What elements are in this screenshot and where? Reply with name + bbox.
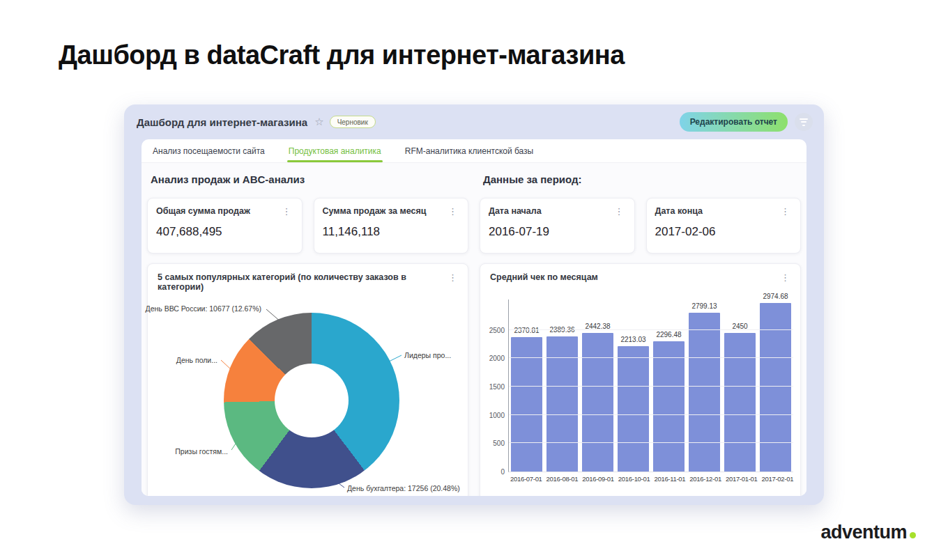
kpi-value: 407,688,495 bbox=[156, 225, 293, 239]
x-tick-label: 2017-02-01 bbox=[762, 475, 794, 483]
kpi-value: 2016-07-19 bbox=[489, 225, 626, 239]
bar bbox=[546, 336, 578, 472]
y-tick-label: 500 bbox=[493, 440, 505, 447]
tab-2[interactable]: RFM-аналитика клиентской базы bbox=[404, 139, 535, 162]
kpi-card-1: Сумма продаж за месяц⋮11,146,118 bbox=[314, 198, 469, 254]
bar-slot: 2442.38 bbox=[582, 333, 613, 472]
section-title-period: Данные за период: bbox=[480, 173, 801, 185]
kpi-value: 2017-02-06 bbox=[655, 225, 793, 239]
dashboard-card: Дашборд для интернет-магазина ☆ Черновик… bbox=[124, 104, 824, 505]
donut-label-prizy: Призы гостям... bbox=[175, 447, 228, 456]
tab-0[interactable]: Анализ посещаемости сайта bbox=[151, 139, 266, 162]
bar-slot: 2296.48 bbox=[653, 341, 685, 472]
kpi-value: 11,146,118 bbox=[323, 225, 460, 239]
panel-title: Средний чек по месяцам bbox=[490, 272, 779, 282]
bar-slot: 2213.03 bbox=[618, 346, 649, 472]
bar-slot: 2389.36 bbox=[546, 336, 578, 472]
filter-icon bbox=[800, 118, 808, 120]
y-tick-label: 0 bbox=[500, 468, 505, 476]
bar-value-label: 2213.03 bbox=[620, 336, 645, 343]
bar-value-label: 2370.81 bbox=[514, 327, 539, 334]
bar bbox=[724, 333, 756, 472]
bar bbox=[582, 333, 613, 472]
gridline bbox=[509, 414, 793, 415]
bar-slot: 2974.68 bbox=[760, 303, 791, 472]
donut-label-vvs: День ВВС России: 10677 (12.67%) bbox=[146, 304, 261, 313]
x-tick-label: 2016-11-01 bbox=[654, 475, 685, 483]
bar bbox=[618, 346, 649, 472]
bar-value-label: 2296.48 bbox=[656, 331, 681, 339]
kpi-label: Общая сумма продаж bbox=[156, 206, 280, 216]
draft-status-badge: Черновик bbox=[330, 116, 376, 128]
kpi-card-3: Дата конца⋮2017-02-06 bbox=[646, 198, 802, 254]
donut-hole bbox=[275, 364, 349, 437]
panel-title: 5 самых популярных категорий (по количес… bbox=[158, 272, 446, 292]
bar-chart: 2370.812389.362442.382213.032296.482799.… bbox=[508, 300, 793, 483]
x-tick-label: 2016-10-01 bbox=[618, 475, 650, 483]
page-title: Дашборд в dataCraft для интернет-магазин… bbox=[59, 40, 625, 70]
y-tick-label: 1500 bbox=[489, 383, 505, 391]
x-tick-label: 2016-08-01 bbox=[546, 475, 579, 483]
favorite-star-icon[interactable]: ☆ bbox=[314, 116, 323, 128]
x-axis-labels: 2016-07-012016-08-012016-09-012016-10-01… bbox=[508, 475, 793, 483]
brand-dot-icon bbox=[910, 532, 916, 538]
bar bbox=[760, 303, 791, 472]
edit-report-button[interactable]: Редактировать отчет bbox=[680, 112, 788, 132]
kebab-menu-icon[interactable]: ⋮ bbox=[280, 206, 293, 217]
tab-1[interactable]: Продуктовая аналитика bbox=[287, 139, 383, 162]
y-tick-label: 2000 bbox=[489, 355, 505, 362]
top-categories-panel: 5 самых популярных категорий (по количес… bbox=[147, 263, 468, 496]
kebab-menu-icon[interactable]: ⋮ bbox=[613, 206, 626, 217]
x-tick-label: 2016-09-01 bbox=[582, 475, 614, 483]
bar-slot: 2799.13 bbox=[689, 313, 720, 472]
donut-label-buh: День бухгалтера: 17256 (20.48%) bbox=[347, 484, 460, 492]
report-panel: Анализ посещаемости сайтаПродуктовая ана… bbox=[142, 139, 806, 496]
gridline bbox=[509, 357, 793, 358]
bar-value-label: 2799.13 bbox=[691, 302, 717, 310]
donut-label-leaders: Лидеры про... bbox=[404, 351, 451, 359]
donut-chart-body: День ВВС России: 10677 (12.67%) Лидеры п… bbox=[148, 295, 468, 495]
y-tick-label: 2500 bbox=[489, 327, 505, 334]
kpi-label: Дата конца bbox=[655, 206, 779, 216]
gridline bbox=[509, 386, 793, 387]
donut-label-poli: День поли... bbox=[176, 356, 217, 364]
kpi-label: Сумма продаж за месяц bbox=[323, 206, 447, 216]
kebab-menu-icon[interactable]: ⋮ bbox=[779, 272, 792, 283]
kebab-menu-icon[interactable]: ⋮ bbox=[446, 206, 459, 217]
bar-value-label: 2974.68 bbox=[763, 293, 788, 300]
bar bbox=[689, 313, 720, 472]
filter-button[interactable] bbox=[795, 113, 813, 131]
kpi-card-0: Общая сумма продаж⋮407,688,495 bbox=[147, 198, 303, 254]
report-content: Анализ продаж и ABC-анализ Данные за пер… bbox=[142, 163, 806, 496]
section-title-sales: Анализ продаж и ABC-анализ bbox=[147, 173, 468, 185]
y-tick-label: 1000 bbox=[489, 412, 505, 419]
bar-slot: 2450 bbox=[724, 333, 756, 472]
kpi-card-2: Дата начала⋮2016-07-19 bbox=[480, 198, 635, 254]
bar-chart-plot: 2370.812389.362442.382213.032296.482799.… bbox=[508, 300, 793, 472]
avg-check-panel: Средний чек по месяцам ⋮ 2370.812389.362… bbox=[480, 263, 801, 496]
kebab-menu-icon[interactable]: ⋮ bbox=[779, 206, 792, 217]
kpi-label: Дата начала bbox=[489, 206, 613, 216]
dashboard-header: Дашборд для интернет-магазина ☆ Черновик… bbox=[124, 104, 824, 139]
dashboard-title: Дашборд для интернет-магазина bbox=[137, 116, 307, 128]
x-tick-label: 2016-07-01 bbox=[510, 475, 542, 483]
tab-bar: Анализ посещаемости сайтаПродуктовая ана… bbox=[142, 139, 806, 163]
x-tick-label: 2017-01-01 bbox=[726, 475, 758, 483]
bar bbox=[653, 341, 685, 472]
x-tick-label: 2016-12-01 bbox=[689, 475, 721, 483]
gridline bbox=[509, 442, 793, 443]
brand-logo: adventum bbox=[820, 522, 916, 543]
kebab-menu-icon[interactable]: ⋮ bbox=[446, 272, 459, 283]
gridline bbox=[509, 329, 793, 330]
